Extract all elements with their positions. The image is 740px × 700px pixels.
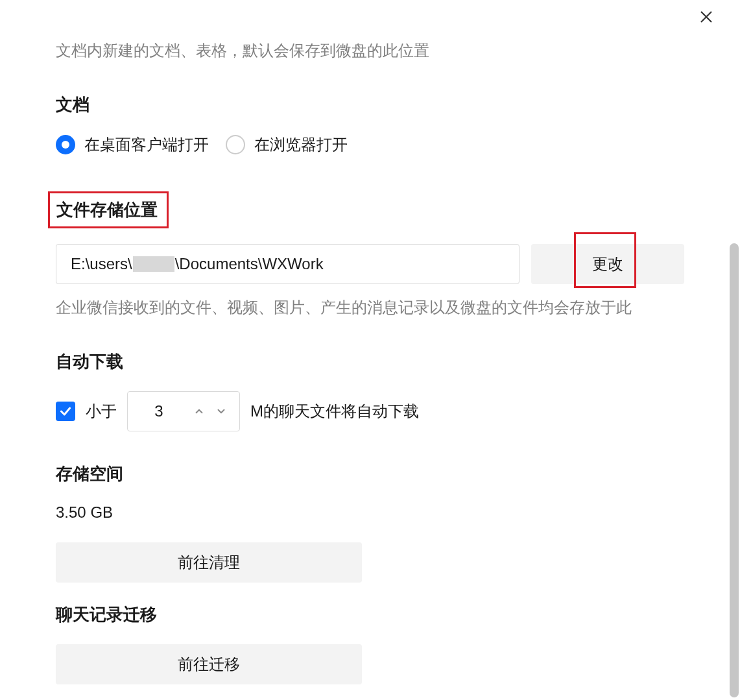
section-title-storage-space: 存储空间: [56, 463, 684, 485]
migrate-button[interactable]: 前往迁移: [56, 644, 362, 684]
file-size-stepper: 3: [127, 391, 240, 431]
auto-download-suffix-label: M的聊天文件将自动下载: [250, 401, 419, 422]
path-redacted: [133, 256, 174, 272]
chevron-down-icon: [215, 405, 227, 417]
close-button[interactable]: [696, 6, 717, 27]
stepper-value[interactable]: 3: [128, 402, 190, 420]
radio-option-desktop[interactable]: 在桌面客户端打开: [56, 134, 209, 155]
top-description: 文档内新建的文档、表格，默认会保存到微盘的此位置: [56, 39, 684, 62]
highlight-annotation-storage-label: 文件存储位置: [48, 191, 169, 228]
radio-icon: [56, 135, 75, 154]
section-title-document: 文档: [56, 93, 684, 116]
change-path-button[interactable]: 更改: [531, 244, 684, 284]
cleanup-button[interactable]: 前往清理: [56, 542, 362, 583]
stepper-up-button[interactable]: [190, 402, 208, 420]
radio-label-browser: 在浏览器打开: [254, 134, 348, 155]
storage-space-value: 3.50 GB: [56, 503, 684, 522]
radio-option-browser[interactable]: 在浏览器打开: [226, 134, 348, 155]
scrollbar-thumb[interactable]: [730, 243, 739, 697]
scrollbar-track[interactable]: [728, 0, 740, 700]
stepper-down-button[interactable]: [212, 402, 230, 420]
chevron-up-icon: [193, 405, 205, 417]
section-title-auto-download: 自动下载: [56, 350, 684, 373]
checkmark-icon: [59, 405, 72, 418]
close-icon: [698, 9, 714, 25]
radio-label-desktop: 在桌面客户端打开: [84, 134, 209, 155]
auto-download-prefix-label: 小于: [86, 401, 117, 422]
path-prefix: E:\users\: [71, 255, 132, 273]
auto-download-checkbox[interactable]: [56, 402, 75, 421]
storage-path-input[interactable]: E:\users\\Documents\WXWork: [56, 244, 519, 284]
path-suffix: \Documents\WXWork: [175, 255, 324, 273]
section-title-storage-location: 文件存储位置: [56, 199, 158, 221]
section-title-chat-migration: 聊天记录迁移: [56, 603, 684, 626]
radio-icon: [226, 135, 245, 154]
storage-location-description: 企业微信接收到的文件、视频、图片、产生的消息记录以及微盘的文件均会存放于此: [56, 296, 684, 319]
document-open-radio-group: 在桌面客户端打开 在浏览器打开: [56, 134, 684, 155]
